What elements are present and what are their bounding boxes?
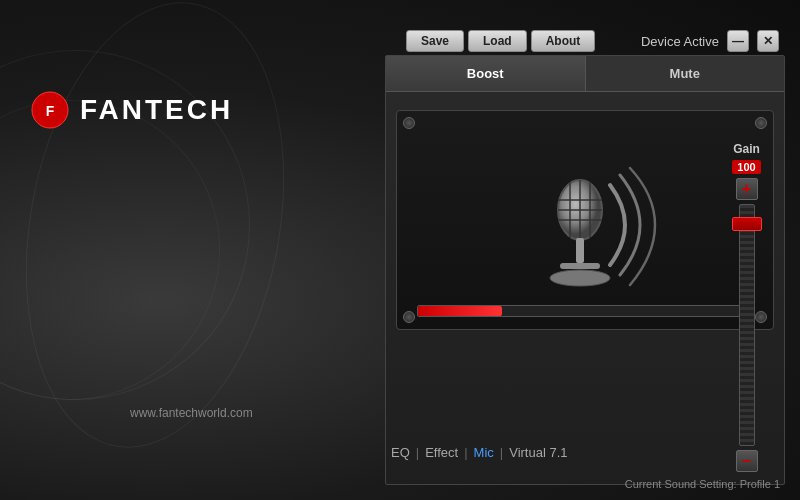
fantech-logo-icon: F: [30, 90, 70, 130]
about-button[interactable]: About: [531, 30, 596, 52]
gain-minus-button[interactable]: −: [736, 450, 758, 472]
device-status: Device Active: [641, 34, 719, 49]
gain-slider-thumb[interactable]: [732, 217, 762, 231]
svg-point-11: [550, 270, 610, 286]
gain-slider-track[interactable]: [739, 204, 755, 446]
website-url: www.fantechworld.com: [130, 406, 253, 420]
title-bar: Save Load About Device Active — ✕: [386, 26, 784, 56]
current-setting-text: Current Sound Setting: Profile 1: [625, 478, 780, 490]
nav-effect[interactable]: Effect: [419, 445, 464, 460]
logo-area: F FANTECH: [30, 90, 233, 130]
brand-name: FANTECH: [80, 94, 233, 126]
volume-slider-fill: [418, 306, 502, 316]
title-right: Device Active — ✕: [641, 30, 779, 52]
nav-mic[interactable]: Mic: [468, 445, 500, 460]
screw-bl: [403, 311, 415, 323]
nav-virtual[interactable]: Virtual 7.1: [503, 445, 573, 460]
screw-tr: [755, 117, 767, 129]
tab-mute[interactable]: Mute: [586, 56, 785, 91]
main-panel: Save Load About Device Active — ✕ Boost …: [385, 55, 785, 485]
gain-value: 100: [732, 160, 760, 174]
gain-label: Gain: [733, 142, 760, 156]
svg-rect-10: [560, 263, 600, 269]
content-area: Gain 100 + −: [386, 92, 784, 484]
svg-text:F: F: [46, 103, 55, 119]
title-buttons: Save Load About: [406, 30, 595, 52]
bottom-nav: EQ | Effect | Mic | Virtual 7.1: [385, 445, 574, 460]
close-button[interactable]: ✕: [757, 30, 779, 52]
screw-tl: [403, 117, 415, 129]
gain-plus-button[interactable]: +: [736, 178, 758, 200]
microphone-icon: [505, 130, 665, 310]
volume-slider-container[interactable]: [417, 305, 753, 317]
save-button[interactable]: Save: [406, 30, 464, 52]
status-bar: Current Sound Setting: Profile 1: [625, 478, 780, 490]
gain-panel: Gain 100 + −: [719, 142, 774, 472]
minimize-button[interactable]: —: [727, 30, 749, 52]
mic-display: [396, 110, 774, 330]
load-button[interactable]: Load: [468, 30, 527, 52]
tab-boost[interactable]: Boost: [386, 56, 586, 91]
mic-icon-area: [397, 111, 773, 329]
svg-rect-9: [576, 238, 584, 263]
nav-eq[interactable]: EQ: [385, 445, 416, 460]
tabs-row: Boost Mute: [386, 56, 784, 92]
